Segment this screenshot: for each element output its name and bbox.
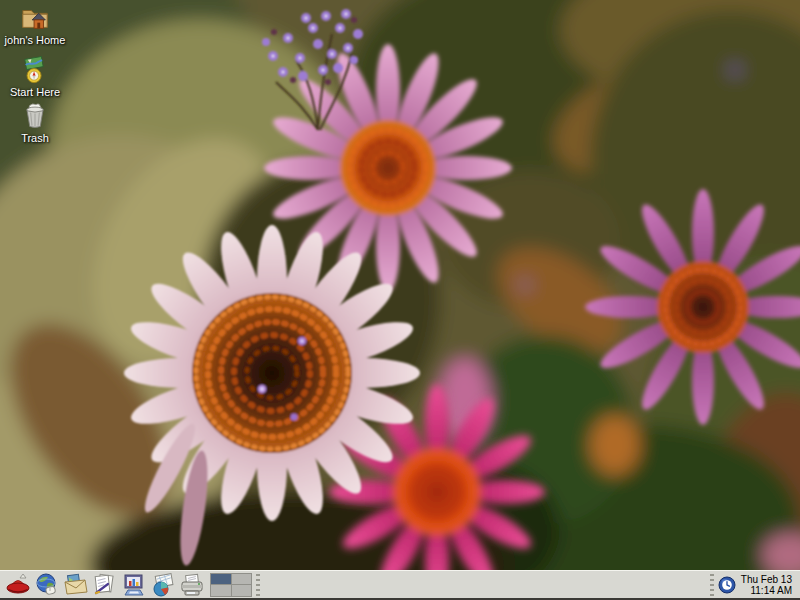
web-browser-icon <box>34 572 60 598</box>
printer-icon <box>179 572 205 598</box>
start-here-icon <box>20 55 50 85</box>
email-icon <box>63 572 89 598</box>
main-menu-button[interactable] <box>3 571 32 598</box>
desktop-icon-trash[interactable]: Trash <box>1 101 69 144</box>
wallpaper-photo <box>0 0 800 600</box>
spreadsheet-icon <box>150 572 176 598</box>
desktop-icon-label: Trash <box>21 132 49 144</box>
desktop-icon-label: Start Here <box>10 86 60 98</box>
desktop: john's Home Start Here Trash <box>0 0 800 600</box>
clock-drag-handle[interactable] <box>710 574 714 596</box>
main-menu-red-hat-icon <box>5 572 31 598</box>
web-browser-button[interactable] <box>32 571 61 598</box>
clock-date: Thu Feb 13 <box>741 574 792 585</box>
bottom-panel: Thu Feb 13 11:14 AM <box>0 570 800 600</box>
workspace-2[interactable] <box>232 574 252 585</box>
workspace-4[interactable] <box>232 585 252 596</box>
presentation-button[interactable] <box>119 571 148 598</box>
pager-drag-handle[interactable] <box>256 574 260 596</box>
presentation-icon <box>121 572 147 598</box>
workspace-switcher[interactable] <box>210 573 252 597</box>
desktop-icon-start-here[interactable]: Start Here <box>1 55 69 98</box>
home-folder-icon <box>20 3 50 33</box>
clock-time: 11:14 AM <box>741 585 792 596</box>
email-button[interactable] <box>61 571 90 598</box>
desktop-icon-johns-home[interactable]: john's Home <box>1 3 69 46</box>
clock-applet[interactable]: Thu Feb 13 11:14 AM <box>718 574 797 596</box>
clock-text: Thu Feb 13 11:14 AM <box>741 574 792 596</box>
workspace-1[interactable] <box>211 574 231 585</box>
workspace-3[interactable] <box>211 585 231 596</box>
printer-button[interactable] <box>177 571 206 598</box>
word-processor-button[interactable] <box>90 571 119 598</box>
clock-icon <box>718 576 736 594</box>
word-processor-icon <box>92 572 118 598</box>
spreadsheet-button[interactable] <box>148 571 177 598</box>
desktop-icon-label: john's Home <box>5 34 66 46</box>
trash-can-icon <box>21 101 49 131</box>
